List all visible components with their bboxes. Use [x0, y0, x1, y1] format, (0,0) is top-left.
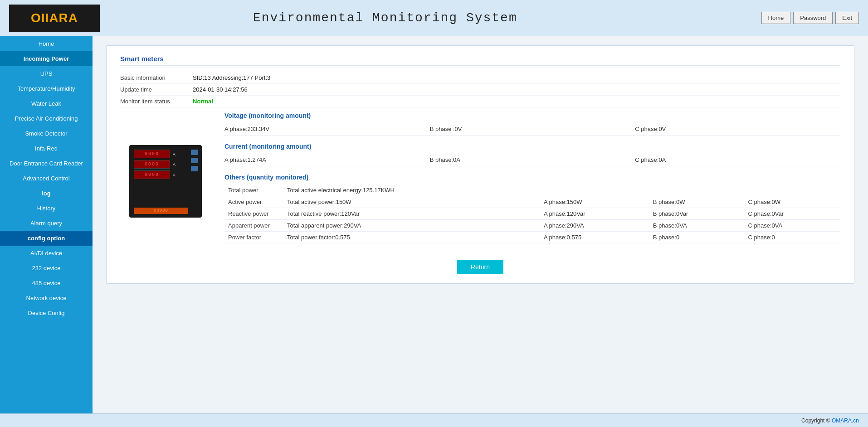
sidebar-item-alarm-query[interactable]: Alarm query: [0, 216, 93, 231]
layout: Home Incoming Power UPS Temperature/Humi…: [0, 36, 868, 413]
voltage-row: A phase:233.34V B phase :0V C phase:0V: [224, 123, 840, 136]
sidebar-item-precise-air[interactable]: Precise Air-Conditioning: [0, 111, 93, 126]
others-cell-3-2: A phase:290VA: [540, 220, 649, 232]
sidebar-item-advanced-control[interactable]: Advanced Control: [0, 171, 93, 186]
monitor-status-row: Monitor item status Normal: [120, 96, 840, 107]
sidebar: Home Incoming Power UPS Temperature/Humi…: [0, 36, 93, 413]
others-cell-2-3: B phase:0Var: [649, 208, 745, 220]
sidebar-item-log[interactable]: log: [0, 186, 93, 201]
others-cell-1-0: Active power: [224, 196, 283, 208]
home-button[interactable]: Home: [761, 12, 791, 24]
others-cell-3-3: B phase:0VA: [649, 220, 745, 232]
sidebar-item-door-entrance[interactable]: Door Entrance Card Reader: [0, 156, 93, 171]
others-cell-2-4: C phase:0Var: [745, 208, 841, 220]
voltage-c: C phase:0V: [635, 126, 840, 132]
others-cell-0-1: Total active electrical energy:125.17KWH: [283, 184, 540, 196]
voltage-a: A phase:233.34V: [224, 126, 430, 132]
sidebar-item-temperature-humidity[interactable]: Temperature/Humidity: [0, 81, 93, 96]
others-cell-0-0: Total power: [224, 184, 283, 196]
sidebar-item-ups[interactable]: UPS: [0, 66, 93, 81]
device-image: 0000 A 0000 A 0000 A: [120, 112, 211, 251]
others-cell-4-1: Total power factor:0.575: [283, 232, 540, 243]
current-b: B phase:0A: [430, 156, 635, 163]
others-cell-0-2: [540, 184, 649, 196]
data-panel: Voltage (monitoring amount) A phase:233.…: [224, 112, 840, 251]
others-cell-1-4: C phase:0W: [745, 196, 841, 208]
update-time-label: Update time: [120, 86, 193, 93]
current-section: Current (monitoring amount) A phase:1.27…: [224, 143, 840, 166]
device-area: 0000 A 0000 A 0000 A: [120, 112, 840, 251]
basic-info-value: SID:13 Addressing:177 Port:3: [193, 74, 270, 81]
monitor-status-label: Monitor item status: [120, 98, 193, 105]
update-time-value: 2024-01-30 14:27:56: [193, 86, 248, 93]
side-btn-3: [191, 166, 198, 171]
header: OIIARA Environmental Monitoring System H…: [0, 0, 868, 36]
page-title: Environmental Monitoring System: [9, 11, 761, 25]
others-cell-1-3: B phase:0W: [649, 196, 745, 208]
others-cell-1-2: A phase:150W: [540, 196, 649, 208]
others-cell-4-2: A phase:0.575: [540, 232, 649, 243]
others-cell-2-1: Total reactive power:120Var: [283, 208, 540, 220]
others-cell-4-0: Power factor: [224, 232, 283, 243]
others-table: Total powerTotal active electrical energ…: [224, 184, 840, 243]
footer: Copyright © OMARA.cn: [0, 413, 868, 427]
monitor-status-value: Normal: [193, 98, 213, 105]
others-cell-2-2: A phase:120Var: [540, 208, 649, 220]
sidebar-item-232[interactable]: 232 device: [0, 261, 93, 276]
display-bottom: 00000: [134, 208, 188, 214]
others-title: Others (quantity monitored): [224, 174, 840, 181]
others-cell-0-3: [649, 184, 745, 196]
others-row-0: Total powerTotal active electrical energ…: [224, 184, 840, 196]
password-button[interactable]: Password: [793, 12, 833, 24]
sidebar-item-ai-di[interactable]: AI/DI device: [0, 246, 93, 261]
sidebar-item-device-config[interactable]: Device Config: [0, 306, 93, 320]
sidebar-item-history[interactable]: History: [0, 201, 93, 216]
smart-meters-panel: Smart meters Basic information SID:13 Ad…: [106, 45, 854, 284]
sidebar-item-config-option[interactable]: config option: [0, 231, 93, 246]
device-illustration: 0000 A 0000 A 0000 A: [129, 145, 202, 218]
sidebar-item-water-leak[interactable]: Water Leak: [0, 96, 93, 111]
main-content: Smart meters Basic information SID:13 Ad…: [93, 36, 868, 413]
others-row-4: Power factorTotal power factor:0.575A ph…: [224, 232, 840, 243]
return-button[interactable]: Return: [457, 260, 503, 274]
sidebar-item-home[interactable]: Home: [0, 36, 93, 51]
voltage-title: Voltage (monitoring amount): [224, 112, 840, 119]
others-section: Others (quantity monitored) Total powerT…: [224, 174, 840, 243]
others-row-2: Reactive powerTotal reactive power:120Va…: [224, 208, 840, 220]
footer-link[interactable]: OMARA.cn: [832, 417, 859, 424]
copyright-text: Copyright ©: [801, 417, 830, 424]
others-cell-1-1: Total active power:150W: [283, 196, 540, 208]
sidebar-item-smoke-detector[interactable]: Smoke Detector: [0, 126, 93, 141]
current-c: C phase:0A: [635, 156, 840, 163]
display-row-3: 0000: [134, 170, 170, 179]
current-a: A phase:1.274A: [224, 156, 430, 163]
update-time-row: Update time 2024-01-30 14:27:56: [120, 84, 840, 96]
current-row: A phase:1.274A B phase:0A C phase:0A: [224, 154, 840, 166]
side-btn-2: [191, 158, 198, 163]
section-title: Smart meters: [120, 55, 840, 66]
current-title: Current (monitoring amount): [224, 143, 840, 150]
others-cell-4-4: C phase:0: [745, 232, 841, 243]
header-buttons: Home Password Exit: [761, 12, 859, 24]
voltage-b: B phase :0V: [430, 126, 635, 132]
side-btn-1: [191, 150, 198, 155]
others-row-3: Apparent powerTotal apparent power:290VA…: [224, 220, 840, 232]
display-row-2: 0000: [134, 160, 170, 169]
sidebar-item-incoming-power[interactable]: Incoming Power: [0, 51, 93, 66]
voltage-section: Voltage (monitoring amount) A phase:233.…: [224, 112, 840, 136]
sidebar-item-network[interactable]: Network device: [0, 291, 93, 306]
sidebar-item-485[interactable]: 485 device: [0, 276, 93, 291]
exit-button[interactable]: Exit: [835, 12, 859, 24]
others-cell-3-1: Total apparent power:290VA: [283, 220, 540, 232]
others-row-1: Active powerTotal active power:150WA pha…: [224, 196, 840, 208]
others-cell-3-0: Apparent power: [224, 220, 283, 232]
others-cell-2-0: Reactive power: [224, 208, 283, 220]
others-cell-0-4: [745, 184, 841, 196]
others-cell-4-3: B phase:0: [649, 232, 745, 243]
others-cell-3-4: C phase:0VA: [745, 220, 841, 232]
return-btn-area: Return: [120, 260, 840, 274]
display-row-1: 0000: [134, 150, 170, 158]
basic-info-row: Basic information SID:13 Addressing:177 …: [120, 72, 840, 84]
sidebar-item-infa-red[interactable]: Infa-Red: [0, 141, 93, 156]
basic-info-label: Basic information: [120, 74, 193, 81]
